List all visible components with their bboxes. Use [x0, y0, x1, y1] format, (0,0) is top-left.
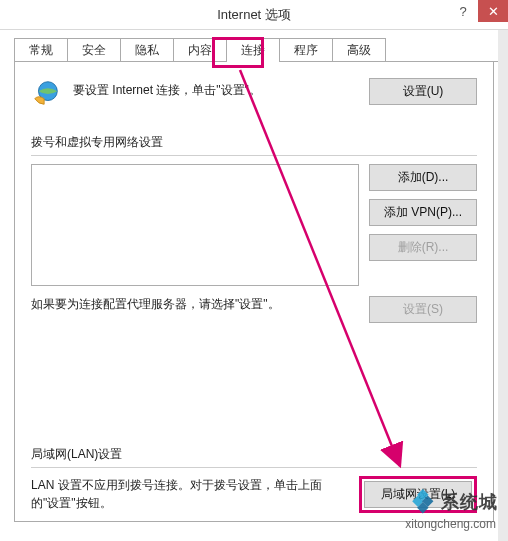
setup-button[interactable]: 设置(U) [369, 78, 477, 105]
globe-icon [31, 78, 61, 108]
add-vpn-button[interactable]: 添加 VPN(P)... [369, 199, 477, 226]
dial-row: 添加(D)... 添加 VPN(P)... 删除(R)... [31, 164, 477, 286]
right-strip [498, 30, 508, 541]
add-button[interactable]: 添加(D)... [369, 164, 477, 191]
tab-content[interactable]: 内容 [173, 38, 227, 62]
help-button[interactable]: ? [448, 0, 478, 22]
divider [31, 155, 477, 156]
tab-general[interactable]: 常规 [14, 38, 68, 62]
remove-button: 删除(R)... [369, 234, 477, 261]
lan-text: LAN 设置不应用到拨号连接。对于拨号设置，单击上面的"设置"按钮。 [31, 476, 359, 512]
watermark-logo-icon [409, 489, 435, 515]
dial-settings-button: 设置(S) [369, 296, 477, 323]
close-button[interactable]: ✕ [478, 0, 508, 22]
watermark-text: 系统城 [441, 490, 498, 514]
window-title: Internet 选项 [217, 6, 291, 24]
tab-security[interactable]: 安全 [67, 38, 121, 62]
divider [31, 467, 477, 468]
proxy-text: 如果要为连接配置代理服务器，请选择"设置"。 [31, 296, 369, 313]
tabbar: 常规 安全 隐私 内容 连接 程序 高级 [14, 38, 494, 62]
watermark: 系统城 [409, 489, 498, 515]
setup-row: 要设置 Internet 连接，单击"设置"。 设置(U) [31, 78, 477, 108]
tab-connections-label: 连接 [241, 43, 265, 57]
lan-group-label: 局域网(LAN)设置 [31, 446, 477, 463]
dial-buttons: 添加(D)... 添加 VPN(P)... 删除(R)... [369, 164, 477, 261]
tab-advanced[interactable]: 高级 [332, 38, 386, 62]
setup-text: 要设置 Internet 连接，单击"设置"。 [73, 78, 369, 99]
titlebar: Internet 选项 ? ✕ [0, 0, 508, 30]
tab-connections[interactable]: 连接 [226, 38, 280, 62]
window-buttons: ? ✕ [448, 0, 508, 22]
connections-listbox[interactable] [31, 164, 359, 286]
tab-privacy[interactable]: 隐私 [120, 38, 174, 62]
tab-panel: 要设置 Internet 连接，单击"设置"。 设置(U) 拨号和虚拟专用网络设… [14, 62, 494, 522]
proxy-row: 如果要为连接配置代理服务器，请选择"设置"。 设置(S) [31, 296, 477, 323]
dial-group-label: 拨号和虚拟专用网络设置 [31, 134, 477, 151]
dialog-body: 常规 安全 隐私 内容 连接 程序 高级 要设置 Internet 连接，单击"… [0, 30, 508, 522]
watermark-url: xitongcheng.com [405, 517, 496, 531]
tab-programs[interactable]: 程序 [279, 38, 333, 62]
